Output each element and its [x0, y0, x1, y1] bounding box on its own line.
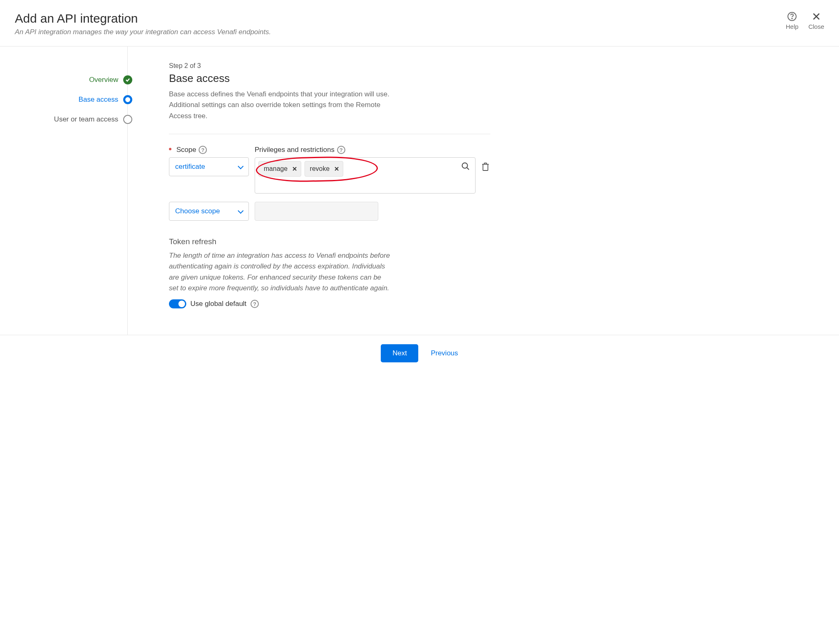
- scope-row: Choose scope: [169, 202, 490, 221]
- privileges-input[interactable]: manage revoke: [255, 157, 476, 194]
- step-indicator: Step 2 of 3: [169, 62, 490, 70]
- close-icon: [811, 12, 821, 21]
- search-icon[interactable]: [461, 162, 470, 171]
- chevron-down-icon: [238, 164, 243, 169]
- scope-help-icon[interactable]: ?: [199, 146, 207, 154]
- field-labels-row: Scope ? Privileges and restrictions ?: [169, 146, 490, 154]
- header-title-area: Add an API integration An API integratio…: [15, 12, 271, 36]
- privileges-label: Privileges and restrictions: [255, 146, 335, 154]
- step-label: Base access: [79, 96, 118, 104]
- step-current-icon: [123, 95, 132, 104]
- step-user-team-access[interactable]: User or team access: [0, 115, 127, 124]
- next-button[interactable]: Next: [381, 344, 418, 362]
- privileges-help-icon[interactable]: ?: [337, 146, 345, 154]
- global-default-toggle[interactable]: [169, 299, 186, 308]
- step-upcoming-icon: [123, 115, 132, 124]
- wizard-steps-sidebar: Overview Base access User or team access: [0, 47, 128, 335]
- previous-button[interactable]: Previous: [431, 349, 458, 357]
- section-description: Base access defines the Venafi endpoints…: [169, 89, 391, 121]
- close-label: Close: [809, 23, 824, 30]
- body: Overview Base access User or team access…: [0, 47, 839, 335]
- chevron-down-icon: [238, 209, 243, 214]
- tag-label: revoke: [310, 165, 330, 173]
- help-button[interactable]: Help: [786, 12, 799, 30]
- tag-manage: manage: [258, 161, 301, 177]
- tag-remove-icon[interactable]: [292, 166, 298, 172]
- tag-remove-icon[interactable]: [334, 166, 340, 172]
- help-label: Help: [786, 23, 799, 30]
- token-refresh-description: The length of time an integration has ac…: [169, 250, 391, 294]
- footer: Next Previous: [0, 335, 839, 379]
- tag-label: manage: [264, 165, 288, 173]
- svg-point-2: [462, 163, 468, 168]
- tag-revoke: revoke: [305, 161, 343, 177]
- toggle-help-icon[interactable]: ?: [251, 300, 259, 308]
- scope-select[interactable]: Choose scope: [169, 202, 249, 221]
- toggle-row: Use global default ?: [169, 299, 490, 308]
- page-subtitle: An API integration manages the way your …: [15, 28, 271, 36]
- privileges-input-disabled: [255, 202, 378, 221]
- page-title: Add an API integration: [15, 12, 271, 26]
- step-label: Overview: [89, 76, 118, 84]
- svg-point-1: [792, 18, 792, 19]
- step-label: User or team access: [54, 115, 118, 124]
- token-refresh-heading: Token refresh: [169, 237, 490, 246]
- delete-row-button[interactable]: [481, 162, 490, 171]
- required-indicator: [169, 148, 171, 150]
- scope-value: Choose scope: [175, 207, 220, 215]
- main-content: Step 2 of 3 Base access Base access defi…: [128, 47, 490, 335]
- scope-select[interactable]: certificate: [169, 157, 249, 176]
- scope-label: Scope: [176, 146, 196, 154]
- header-actions: Help Close: [786, 12, 824, 30]
- scope-row: certificate manage revoke: [169, 157, 490, 194]
- privileges-label-group: Privileges and restrictions ?: [255, 146, 490, 154]
- header: Add an API integration An API integratio…: [0, 0, 839, 47]
- step-base-access[interactable]: Base access: [0, 95, 127, 104]
- help-icon: [787, 12, 797, 21]
- divider: [169, 134, 490, 134]
- step-complete-icon: [123, 75, 132, 84]
- toggle-label: Use global default: [190, 300, 246, 308]
- section-heading: Base access: [169, 72, 490, 85]
- scope-value: certificate: [175, 163, 205, 171]
- scope-label-group: Scope ?: [169, 146, 249, 154]
- step-overview[interactable]: Overview: [0, 75, 127, 84]
- close-button[interactable]: Close: [809, 12, 824, 30]
